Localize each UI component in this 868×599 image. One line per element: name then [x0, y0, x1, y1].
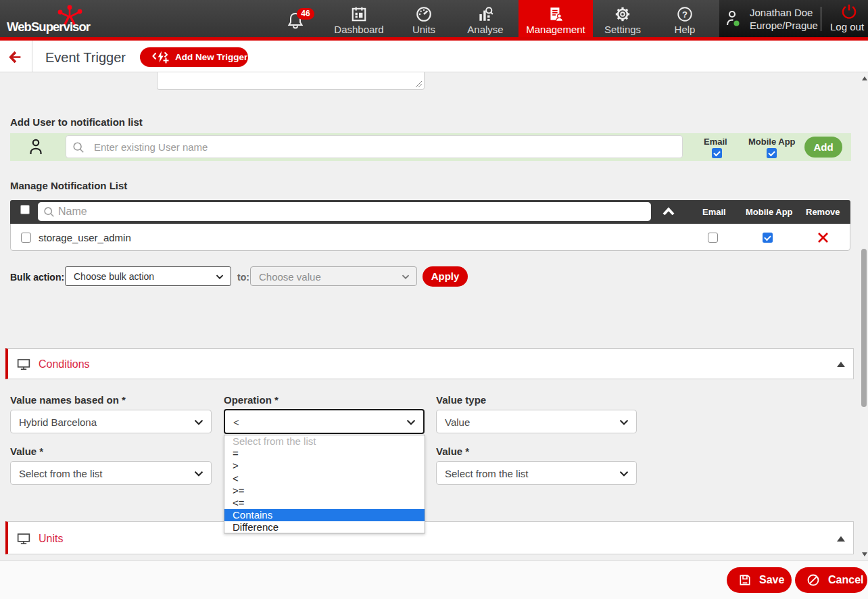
svg-text:WebSupervisor: WebSupervisor: [7, 20, 91, 34]
svg-text:?: ?: [682, 9, 688, 20]
